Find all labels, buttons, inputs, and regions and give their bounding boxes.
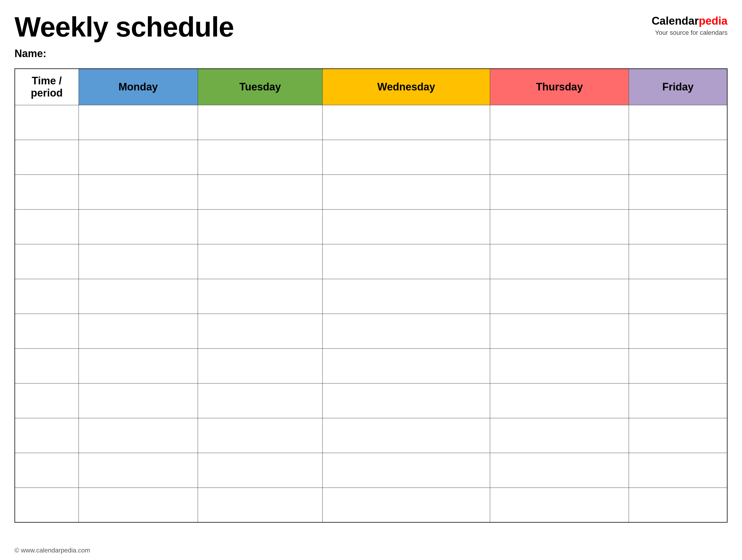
schedule-cell[interactable] [490,140,629,174]
time-cell[interactable] [15,209,78,244]
time-cell[interactable] [15,383,78,418]
logo-pedia-part: pedia [699,15,728,27]
schedule-cell[interactable] [78,174,198,209]
time-cell[interactable] [15,348,78,383]
col-header-friday: Friday [629,69,727,105]
col-header-wednesday: Wednesday [323,69,490,105]
schedule-cell[interactable] [629,279,727,314]
schedule-cell[interactable] [198,279,323,314]
time-cell[interactable] [15,244,78,279]
title-area: Weekly schedule Name: [14,12,651,60]
schedule-cell[interactable] [629,453,727,488]
logo-calendar-part: Calendar [651,15,699,27]
schedule-cell[interactable] [323,174,490,209]
schedule-cell[interactable] [629,174,727,209]
schedule-cell[interactable] [629,244,727,279]
col-header-time: Time / period [15,69,78,105]
time-cell[interactable] [15,314,78,348]
time-cell[interactable] [15,279,78,314]
time-cell[interactable] [15,140,78,174]
schedule-cell[interactable] [490,105,629,140]
logo-area: Calendarpedia Your source for calendars [651,12,728,37]
schedule-cell[interactable] [323,140,490,174]
table-row[interactable] [15,314,727,348]
schedule-cell[interactable] [629,488,727,522]
schedule-cell[interactable] [629,383,727,418]
time-cell[interactable] [15,174,78,209]
table-row[interactable] [15,105,727,140]
name-label: Name: [14,48,651,60]
schedule-cell[interactable] [198,383,323,418]
schedule-cell[interactable] [198,488,323,522]
schedule-cell[interactable] [78,383,198,418]
logo-tagline: Your source for calendars [651,29,728,37]
time-cell[interactable] [15,418,78,453]
schedule-cell[interactable] [323,279,490,314]
schedule-cell[interactable] [198,244,323,279]
schedule-cell[interactable] [198,174,323,209]
schedule-cell[interactable] [198,105,323,140]
schedule-cell[interactable] [78,105,198,140]
schedule-cell[interactable] [323,453,490,488]
schedule-cell[interactable] [323,488,490,522]
schedule-cell[interactable] [629,348,727,383]
schedule-cell[interactable] [323,348,490,383]
logo-text: Calendarpedia [651,14,728,28]
schedule-cell[interactable] [629,105,727,140]
schedule-cell[interactable] [78,453,198,488]
schedule-cell[interactable] [78,488,198,522]
schedule-cell[interactable] [323,418,490,453]
schedule-cell[interactable] [323,244,490,279]
schedule-cell[interactable] [490,418,629,453]
schedule-cell[interactable] [78,140,198,174]
schedule-cell[interactable] [198,209,323,244]
time-cell[interactable] [15,105,78,140]
schedule-cell[interactable] [78,314,198,348]
schedule-cell[interactable] [490,244,629,279]
table-body [15,105,727,522]
table-header: Time / period Monday Tuesday Wednesday T… [15,69,727,105]
schedule-cell[interactable] [629,418,727,453]
schedule-cell[interactable] [78,418,198,453]
schedule-cell[interactable] [198,314,323,348]
table-row[interactable] [15,383,727,418]
schedule-cell[interactable] [490,348,629,383]
table-row[interactable] [15,348,727,383]
schedule-cell[interactable] [78,244,198,279]
schedule-cell[interactable] [629,314,727,348]
schedule-cell[interactable] [323,383,490,418]
schedule-cell[interactable] [490,453,629,488]
schedule-cell[interactable] [490,314,629,348]
table-row[interactable] [15,279,727,314]
schedule-cell[interactable] [323,105,490,140]
schedule-cell[interactable] [78,279,198,314]
page-title: Weekly schedule [14,12,651,42]
schedule-cell[interactable] [323,314,490,348]
table-row[interactable] [15,418,727,453]
schedule-cell[interactable] [490,279,629,314]
table-row[interactable] [15,244,727,279]
col-header-thursday: Thursday [490,69,629,105]
schedule-cell[interactable] [490,383,629,418]
table-row[interactable] [15,209,727,244]
schedule-cell[interactable] [78,348,198,383]
header-row: Time / period Monday Tuesday Wednesday T… [15,69,727,105]
schedule-cell[interactable] [198,453,323,488]
table-row[interactable] [15,488,727,522]
table-row[interactable] [15,140,727,174]
schedule-cell[interactable] [629,209,727,244]
table-row[interactable] [15,453,727,488]
schedule-cell[interactable] [198,140,323,174]
schedule-table: Time / period Monday Tuesday Wednesday T… [14,68,728,523]
schedule-cell[interactable] [78,209,198,244]
schedule-cell[interactable] [629,140,727,174]
schedule-cell[interactable] [198,418,323,453]
schedule-cell[interactable] [490,209,629,244]
schedule-cell[interactable] [323,209,490,244]
schedule-cell[interactable] [490,488,629,522]
table-row[interactable] [15,174,727,209]
schedule-cell[interactable] [490,174,629,209]
time-cell[interactable] [15,453,78,488]
schedule-cell[interactable] [198,348,323,383]
time-cell[interactable] [15,488,78,522]
